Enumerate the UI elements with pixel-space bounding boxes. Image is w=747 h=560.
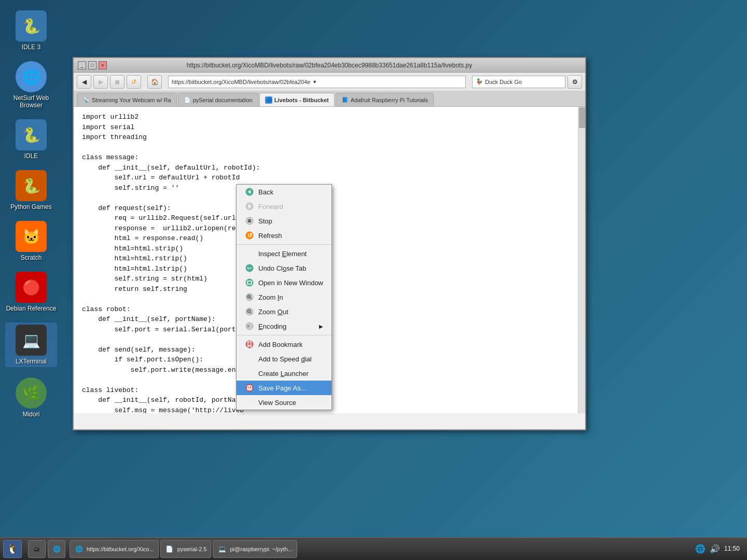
ctx-zoom-in-label: Zoom In	[258, 293, 283, 301]
search-bar[interactable]: 🦆 Duck Duck Go	[472, 76, 565, 88]
tab-label-adafruit: Adafruit Raspberry Pi Tutorials	[351, 97, 428, 103]
icon-emoji-idle3: 🐍	[22, 18, 40, 35]
ctx-zoom-in-icon	[245, 292, 254, 302]
taskbar-app-pyserial-label: pyserial-2.5	[177, 546, 207, 552]
ctx-save-page-label: Save Page As...	[258, 384, 307, 392]
ctx-stop-label: Stop	[258, 217, 272, 225]
ctx-speed-dial-icon	[245, 354, 254, 363]
ctx-view-source-label: View Source	[258, 399, 296, 407]
browser-titlebar: _ □ × https://bitbucket.org/XicoMBD/live…	[74, 58, 585, 73]
address-text: https://bitbucket.org/XicoMBD/livebots/r…	[172, 79, 310, 85]
desktop: 🐍 IDLE 3 🌐 NetSurf Web Browser 🐍 IDLE 🐍 …	[0, 0, 747, 560]
icon-label-midori: Midori	[23, 411, 40, 418]
icon-label-idle3: IDLE 3	[22, 44, 41, 51]
ctx-zoom-out[interactable]: Zoom Out	[237, 304, 331, 319]
ctx-view-source-icon	[245, 398, 254, 407]
refresh-button[interactable]: ↺	[127, 75, 141, 89]
tab-pyserial[interactable]: 📄 pySerial documentation	[178, 93, 258, 106]
ctx-encoding[interactable]: ≡ Encoding ▶	[237, 319, 331, 333]
ctx-launcher[interactable]: Create Launcher	[237, 366, 331, 381]
icon-emoji-debian: 🔴	[22, 279, 40, 296]
tray-volume-icon[interactable]: 🔊	[710, 544, 720, 554]
ctx-launcher-icon	[245, 369, 254, 378]
taskbar-app-list: 🌐 https://bitbucket.org/Xico... 📄 pyseri…	[70, 540, 297, 558]
ctx-save-page[interactable]: Save Page As...	[237, 381, 331, 395]
icon-label-idle: IDLE	[24, 152, 38, 160]
taskbar-app-pyserial-icon: 📄	[165, 544, 174, 554]
tray-network-icon[interactable]: 🌐	[695, 544, 706, 554]
stop-button[interactable]: ◼	[110, 75, 125, 89]
taskbar-app-terminal[interactable]: 💻 pi@raspberrypi: ~/pyth...	[213, 540, 297, 558]
icon-img-python-games: 🐍	[16, 170, 47, 201]
ctx-undo-close[interactable]: ↩ Undo Close Tab	[237, 261, 331, 275]
ctx-refresh-icon: ↺	[245, 231, 254, 240]
ctx-encoding-icon: ≡	[245, 321, 254, 331]
scrollbar-thumb[interactable]	[579, 107, 585, 128]
ctx-undo-close-label: Undo Close Tab	[258, 264, 306, 272]
tab-livebots[interactable]: 🔵 Livebots - Bitbucket	[259, 93, 335, 106]
ctx-back-icon	[245, 187, 254, 197]
forward-button[interactable]: ▶	[93, 75, 108, 89]
ctx-open-window[interactable]: Open in New Window	[237, 275, 331, 290]
taskbar-tray: 🌐 🔊 11:50	[691, 544, 744, 554]
ctx-inspect[interactable]: Inspect Element	[237, 246, 331, 261]
taskbar-file-manager[interactable]: 🗂	[28, 540, 46, 558]
tab-adafruit[interactable]: 📘 Adafruit Raspberry Pi Tutorials	[336, 93, 434, 106]
ctx-speed-dial[interactable]: Add to Speed dial	[237, 352, 331, 366]
taskbar-app-browser[interactable]: 🌐 https://bitbucket.org/Xico...	[70, 540, 159, 558]
context-menu: Back Forward Stop ↺ Refresh Inspect Elem…	[236, 184, 332, 410]
ctx-open-window-label: Open in New Window	[258, 279, 323, 287]
ctx-undo-close-icon: ↩	[245, 263, 254, 273]
clock-time: 11:50	[724, 545, 740, 553]
window-minimize-btn[interactable]: _	[78, 61, 86, 69]
taskbar-browser[interactable]: 🌐	[48, 540, 65, 558]
ctx-bookmark-icon	[245, 340, 254, 349]
ctx-refresh[interactable]: ↺ Refresh	[237, 228, 331, 243]
ctx-zoom-in[interactable]: Zoom In	[237, 290, 331, 304]
taskbar-app-browser-icon: 🌐	[74, 544, 84, 554]
desktop-icon-netsurf[interactable]: 🌐 NetSurf Web Browser	[5, 61, 57, 109]
taskbar-clock: 11:50	[724, 545, 740, 553]
vertical-scrollbar[interactable]	[578, 107, 585, 413]
browser-title: https://bitbucket.org/XicoMBD/livebots/r…	[109, 62, 550, 69]
desktop-icon-midori[interactable]: 🌿 Midori	[5, 377, 57, 418]
back-button[interactable]: ◀	[77, 75, 91, 89]
svg-point-12	[246, 293, 253, 301]
ctx-forward-icon	[245, 202, 254, 211]
dropdown-icon[interactable]: ▼	[312, 79, 317, 85]
icon-img-lxterminal: 💻	[16, 325, 47, 356]
desktop-icon-idle3[interactable]: 🐍 IDLE 3	[5, 10, 57, 51]
desktop-icon-idle[interactable]: 🐍 IDLE	[5, 119, 57, 160]
ctx-save-icon	[245, 383, 254, 393]
svg-rect-28	[248, 388, 251, 389]
home-button[interactable]: 🏠	[147, 75, 162, 89]
taskbar-start-button[interactable]: 🐧	[3, 540, 22, 558]
desktop-icon-python-games[interactable]: 🐍 Python Games	[5, 170, 57, 211]
address-bar[interactable]: https://bitbucket.org/XicoMBD/livebots/r…	[168, 76, 466, 88]
tab-favicon-streaming: 📡	[82, 96, 90, 104]
desktop-icon-lxterminal[interactable]: 💻 LXTerminal	[5, 323, 57, 367]
icon-label-python-games: Python Games	[10, 203, 51, 211]
tab-label-pyserial: pySerial documentation	[193, 97, 253, 103]
taskbar-app-pyserial[interactable]: 📄 pyserial-2.5	[160, 540, 212, 558]
ctx-inspect-icon	[245, 249, 254, 258]
ctx-back-label: Back	[258, 188, 273, 196]
window-close-btn[interactable]: ×	[99, 61, 107, 69]
ctx-back[interactable]: Back	[237, 185, 331, 199]
icon-img-idle: 🐍	[16, 119, 47, 150]
tab-favicon-adafruit: 📘	[341, 96, 349, 104]
settings-button[interactable]: ⚙	[568, 75, 582, 89]
ctx-view-source[interactable]: View Source	[237, 395, 331, 410]
taskbar-app-terminal-icon: 💻	[217, 544, 227, 554]
ctx-forward: Forward	[237, 199, 331, 214]
icon-emoji-midori: 🌿	[22, 385, 40, 402]
ctx-add-bookmark[interactable]: Add Bookmark	[237, 337, 331, 352]
desktop-icon-scratch[interactable]: 🐱 Scratch	[5, 221, 57, 261]
tab-label-livebots: Livebots - Bitbucket	[274, 97, 329, 103]
ctx-stop[interactable]: Stop	[237, 214, 331, 228]
search-text: Duck Duck Go	[485, 79, 522, 85]
icon-label-netsurf: NetSurf Web Browser	[5, 94, 57, 109]
desktop-icon-debian[interactable]: 🔴 Debian Reference	[5, 272, 57, 312]
window-maximize-btn[interactable]: □	[88, 61, 96, 69]
tab-streaming[interactable]: 📡 Streaming Your Webcam w/ Ra	[77, 93, 177, 106]
